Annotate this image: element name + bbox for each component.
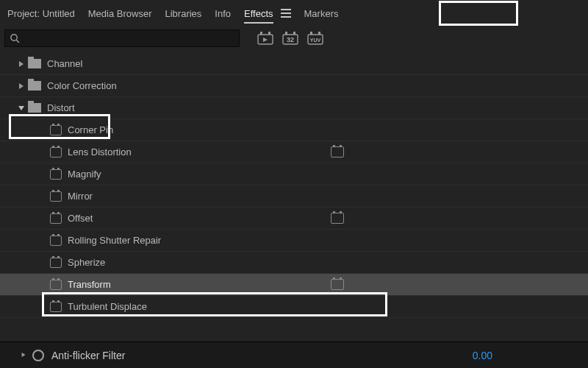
- accelerated-badge-icon: [331, 146, 344, 158]
- effect-transform[interactable]: Transform: [0, 274, 588, 296]
- effects-search-input[interactable]: [23, 33, 234, 44]
- toggle-animation-icon[interactable]: [32, 350, 44, 361]
- tab-libraries[interactable]: Libraries: [165, 4, 201, 24]
- effect-rolling-shutter-repair[interactable]: Rolling Shutter Repair: [0, 230, 588, 252]
- effect-label: Mirror: [68, 191, 93, 202]
- filter-yuv-icon[interactable]: YUV: [307, 32, 323, 45]
- accelerated-badge-icon: [331, 213, 344, 224]
- svg-marker-13: [19, 83, 24, 89]
- folder-icon: [28, 81, 41, 91]
- preset-icon: [50, 302, 62, 312]
- effect-lens-distortion[interactable]: Lens Distortion: [0, 141, 588, 163]
- filter-32bit-icon[interactable]: 32: [282, 32, 298, 45]
- chevron-down-icon: [16, 105, 26, 111]
- filter-accelerated-icon[interactable]: [257, 32, 273, 45]
- folder-icon: [28, 103, 41, 113]
- property-value[interactable]: 0.00: [473, 350, 492, 361]
- panel-menu-icon[interactable]: [281, 9, 291, 18]
- chevron-right-icon: [16, 82, 26, 90]
- svg-rect-7: [285, 32, 287, 35]
- preset-icon: [50, 280, 62, 290]
- svg-rect-4: [268, 32, 270, 35]
- svg-rect-11: [318, 32, 320, 35]
- effect-spherize[interactable]: Spherize: [0, 252, 588, 274]
- folder-label: Color Correction: [47, 80, 117, 91]
- tab-effects[interactable]: Effects: [244, 4, 273, 24]
- effect-label: Transform: [68, 279, 111, 290]
- chevron-right-icon: [16, 60, 26, 68]
- effects-search-box[interactable]: [4, 29, 240, 47]
- preset-icon: [50, 169, 62, 180]
- preset-icon: [50, 191, 62, 202]
- folder-icon: [28, 59, 41, 68]
- panel-tab-bar: Project: Untitled Media Browser Librarie…: [0, 0, 588, 26]
- folder-label: Distort: [47, 102, 75, 113]
- preset-icon: [50, 147, 62, 158]
- preset-icon: [50, 258, 62, 268]
- effect-label: Corner Pin: [68, 124, 113, 135]
- svg-rect-10: [310, 32, 312, 35]
- effect-label: Rolling Shutter Repair: [68, 235, 161, 246]
- effects-search-row: 32 YUV: [0, 26, 588, 50]
- effect-corner-pin[interactable]: Corner Pin: [0, 119, 588, 141]
- folder-label: Channel: [47, 58, 82, 69]
- tab-project[interactable]: Project: Untitled: [4, 4, 75, 24]
- tab-media-browser[interactable]: Media Browser: [88, 4, 152, 24]
- svg-marker-5: [263, 38, 268, 42]
- svg-rect-3: [260, 32, 262, 35]
- preset-icon: [50, 236, 62, 246]
- preset-icon: [50, 213, 62, 224]
- property-label: Anti-flicker Filter: [51, 350, 125, 361]
- folder-color-correction[interactable]: Color Correction: [0, 75, 588, 97]
- effect-turbulent-displace[interactable]: Turbulent Displace: [0, 296, 588, 318]
- effect-label: Magnify: [68, 169, 101, 180]
- tab-info[interactable]: Info: [215, 4, 231, 24]
- effect-label: Offset: [68, 213, 93, 224]
- svg-rect-8: [293, 32, 295, 35]
- search-icon: [10, 33, 20, 43]
- folder-distort[interactable]: Distort: [0, 97, 588, 119]
- effect-type-filters: 32 YUV: [257, 32, 323, 45]
- effect-label: Turbulent Displace: [68, 301, 147, 312]
- effect-label: Lens Distortion: [68, 146, 132, 158]
- effect-magnify[interactable]: Magnify: [0, 163, 588, 185]
- svg-marker-15: [22, 353, 26, 357]
- svg-marker-12: [19, 61, 24, 67]
- svg-point-0: [11, 35, 17, 40]
- effect-label: Spherize: [68, 257, 105, 268]
- tab-markers[interactable]: Markers: [304, 4, 339, 24]
- svg-line-1: [16, 40, 19, 43]
- effects-tree: Channel Color Correction Distort Corner …: [0, 50, 588, 318]
- preset-icon: [50, 125, 62, 135]
- effect-offset[interactable]: Offset: [0, 208, 588, 230]
- effect-mirror[interactable]: Mirror: [0, 185, 588, 208]
- accelerated-badge-icon: [331, 279, 344, 290]
- effect-controls-partial: Anti-flicker Filter 0.00: [0, 342, 588, 368]
- chevron-right-icon[interactable]: [21, 351, 26, 360]
- folder-channel[interactable]: Channel: [0, 53, 588, 75]
- svg-marker-14: [18, 106, 24, 110]
